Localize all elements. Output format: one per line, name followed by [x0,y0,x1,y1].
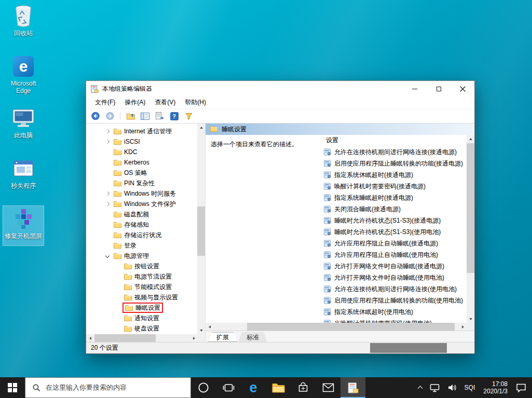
taskbar-cortana-button[interactable] [191,377,216,398]
tree-horizontal-scrollbar[interactable] [86,334,198,342]
back-button[interactable] [89,110,102,122]
console-tree-button[interactable] [139,110,152,122]
menu-help[interactable]: 帮助(H) [180,98,211,107]
desktop-icon-recycle-bin[interactable]: 回收站 [3,3,44,43]
scrollbar-thumb[interactable] [94,334,156,342]
tree-item[interactable]: 视频与显示设置 [86,292,197,303]
scroll-right-button[interactable] [459,323,467,331]
export-list-button[interactable] [153,110,166,122]
tree-item[interactable]: 通知设置 [86,313,197,323]
close-button[interactable] [451,81,474,97]
setting-item[interactable]: 允许在连接待机期间进行网络连接(使用电池) [324,283,467,295]
tray-overflow-button[interactable] [415,377,426,398]
start-button[interactable] [0,377,25,398]
setting-item-label: 允许打开网络文件时自动睡眠(使用电池) [334,273,444,282]
scroll-down-button[interactable] [467,315,474,323]
setting-item[interactable]: 允许应用程序阻止自动睡眠(接通电源) [324,238,467,249]
minimize-button[interactable] [403,81,427,97]
chevron-right-icon[interactable] [103,130,112,133]
scroll-right-button[interactable] [190,334,198,342]
tree-item[interactable]: 睡眠设置 [86,303,197,313]
setting-item[interactable]: 允许应用程序阻止自动睡眠(使用电池) [324,249,467,260]
scroll-left-button[interactable] [206,323,213,331]
setting-item[interactable]: 睡眠时允许待机状态(S1-S3)(接通电源) [324,215,467,226]
ime-indicator[interactable]: SQI [461,377,479,398]
tree-item[interactable]: Windows 文件保护 [86,199,197,209]
tab-extended[interactable]: 扩展 [208,332,237,342]
volume-tray-button[interactable] [444,377,461,398]
settings-vertical-scrollbar[interactable] [467,135,474,323]
scroll-up-icon [200,127,203,129]
action-center-button[interactable] [512,377,530,398]
taskbar-file-explorer-button[interactable] [266,377,291,398]
tree-item[interactable]: 磁盘配额 [86,209,197,219]
setting-item[interactable]: 指定系统休眠超时(接通电源) [324,169,467,181]
taskbar-edge-button[interactable]: e [241,377,266,398]
tree-item[interactable]: Internet 通信管理 [86,126,197,136]
tree-item[interactable]: 电源管理 [86,251,197,261]
tree-item[interactable]: KDC [86,147,197,157]
status-text: 20 个设置 [91,344,118,352]
scroll-up-button[interactable] [197,123,205,131]
tree-item[interactable]: Windows 时间服务 [86,188,197,199]
scroll-down-button[interactable] [197,326,205,334]
taskbar-task-view-button[interactable] [216,377,241,398]
scroll-left-button[interactable] [86,334,94,342]
clock[interactable]: 17:08 2020/1/3 [479,380,512,395]
setting-item[interactable]: 唤醒计算机时需要密码(接通电源) [324,181,467,192]
scrollbar-thumb[interactable] [197,207,205,256]
taskbar-search-input[interactable]: 在这里输入你要搜索的内容 [25,377,191,398]
desktop-icon-app-window[interactable]: 秒关程序 [3,156,44,195]
desktop-icon-pixel-tool[interactable]: 修复开机黑屏 [3,206,44,245]
tab-standard[interactable]: 标准 [238,332,267,342]
taskbar-gpedit-button[interactable] [340,377,365,398]
chevron-down-icon[interactable] [103,254,112,257]
tree-item[interactable]: 存储感知 [86,219,197,230]
forward-button[interactable] [103,110,116,122]
tree-item[interactable]: iSCSI [86,136,197,147]
scrollbar-thumb[interactable] [247,323,455,331]
tree-item[interactable]: OS 策略 [86,168,197,178]
scroll-up-button[interactable] [467,135,474,143]
scrollbar-thumb[interactable] [467,143,474,273]
menu-file[interactable]: 文件(F) [90,98,120,107]
tree-item[interactable]: 电源节流设置 [86,271,197,282]
details-horizontal-scrollbar[interactable] [206,323,467,331]
tree-item[interactable]: 按钮设置 [86,261,197,271]
maximize-button[interactable] [427,81,451,97]
network-tray-button[interactable] [426,377,444,398]
tree-item[interactable]: Kerberos [86,157,197,168]
desktop-icon-edge[interactable]: eMicrosoft Edge [3,53,44,94]
taskbar-store-button[interactable] [291,377,316,398]
tree-item[interactable]: 登录 [86,240,197,251]
setting-item[interactable]: 关闭混合睡眠(接通电源) [324,203,467,215]
setting-item[interactable]: 睡眠时允许待机状态(S1-S3)(使用电池) [324,226,467,238]
tree-item[interactable]: 硬盘设置 [86,323,197,334]
setting-item[interactable]: 允许在连接待机期间进行网络连接(接通电源) [324,146,467,158]
help-button[interactable]: ? [168,110,181,122]
main-area: Internet 通信管理iSCSIKDCKerberosOS 策略PIN 复杂… [86,123,474,342]
taskbar-mail-button[interactable] [316,377,340,398]
up-folder-button[interactable] [124,110,137,122]
menu-view[interactable]: 查看(V) [150,98,180,107]
chevron-right-icon[interactable] [103,140,112,143]
setting-item[interactable]: 启用使应用程序阻止睡眠转换的功能(接通电源) [324,158,467,169]
menu-action[interactable]: 操作(A) [120,98,150,107]
tree-item[interactable]: PIN 复杂性 [86,178,197,188]
chevron-right-icon[interactable] [103,202,112,205]
setting-item[interactable]: 启用使应用程序阻止睡眠转换的功能(使用电池) [324,295,467,306]
tree-vertical-scrollbar[interactable] [197,123,205,334]
tree-item[interactable]: 存储运行状况 [86,230,197,240]
settings-column-header[interactable]: 设置 [324,135,467,146]
tree-item[interactable]: 节能模式设置 [86,282,197,292]
setting-item[interactable]: 当唤醒计算机时需要密码(使用电池) [324,318,467,323]
setting-item[interactable]: 指定系统睡眠超时(接通电源) [324,192,467,203]
setting-item[interactable]: 允许打开网络文件时自动睡眠(使用电池) [324,272,467,283]
tree-item-node: 节能模式设置 [122,282,173,292]
desktop-icon-this-pc[interactable]: 此电脑 [3,105,44,145]
titlebar[interactable]: 本地组策略编辑器 [86,81,474,97]
setting-item[interactable]: 允许打开网络文件时自动睡眠(接通电源) [324,260,467,272]
setting-item[interactable]: 指定系统休眠超时(使用电池) [324,306,467,318]
filter-button[interactable] [182,110,195,122]
chevron-right-icon[interactable] [103,192,112,195]
